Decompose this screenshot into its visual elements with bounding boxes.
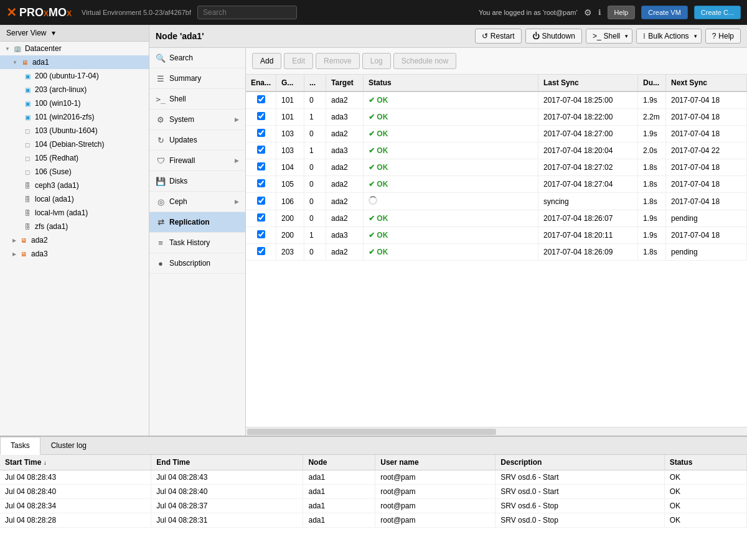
nav-item-summary[interactable]: ☰ Summary: [149, 68, 245, 89]
cell-enable[interactable]: [246, 227, 276, 244]
shell-button[interactable]: >_ Shell ▾: [586, 29, 632, 44]
table-row[interactable]: 103 1 ada3 ✔ OK 2017-07-04 18:20:04 2.0s…: [246, 142, 747, 159]
shutdown-button[interactable]: ⏻ Shutdown: [525, 29, 582, 44]
cell-enable[interactable]: [246, 159, 276, 176]
cell-guest: 200: [276, 210, 304, 227]
horizontal-scrollbar[interactable]: [246, 427, 747, 436]
nav-item-firewall[interactable]: 🛡 Firewall ▶: [149, 151, 245, 171]
cell-target: ada2: [326, 126, 364, 142]
add-button[interactable]: Add: [252, 53, 281, 69]
sidebar-item-vm101[interactable]: ▣ 101 (win2016-zfs): [0, 110, 149, 124]
table-row[interactable]: 105 0 ada2 ✔ OK 2017-07-04 18:27:04 1.8s…: [246, 176, 747, 193]
log-button[interactable]: Log: [362, 53, 391, 69]
bulk-actions-button[interactable]: ⁞ Bulk Actions ▾: [636, 29, 701, 44]
cell-enable[interactable]: [246, 142, 276, 159]
search-input[interactable]: [197, 6, 297, 19]
cell-enable[interactable]: [246, 109, 276, 126]
nav-item-updates[interactable]: ↻ Updates: [149, 130, 245, 151]
nav-item-disks[interactable]: 💾 Disks: [149, 171, 245, 192]
bottom-panel: Tasks Cluster log Start Time ↓ End Time …: [0, 436, 747, 560]
enable-checkbox[interactable]: [257, 146, 265, 154]
table-row[interactable]: 203 0 ada2 ✔ OK 2017-07-04 18:26:09 1.8s…: [246, 244, 747, 261]
sidebar-item-vm203[interactable]: ▣ 203 (arch-linux): [0, 83, 149, 96]
sidebar-item-vm200[interactable]: ▣ 200 (ubuntu-17-04): [0, 69, 149, 83]
enable-checkbox[interactable]: [257, 112, 265, 120]
cell-enable[interactable]: [246, 126, 276, 142]
task-status: OK: [664, 470, 746, 485]
nav-label-firewall: Firewall: [169, 156, 195, 165]
cell-enable[interactable]: [246, 244, 276, 261]
cell-enable[interactable]: [246, 176, 276, 193]
help-button-content[interactable]: ? Help: [705, 29, 741, 44]
cell-enable[interactable]: [246, 193, 276, 210]
nav-item-replication[interactable]: ⇄ Replication: [149, 212, 245, 233]
sidebar-dropdown-icon[interactable]: ▾: [52, 29, 55, 37]
sidebar-item-ada2[interactable]: ▶ 🖥 ada2: [0, 233, 149, 247]
cell-nextsync: 2017-07-04 18: [666, 159, 747, 176]
tab-clusterlog[interactable]: Cluster log: [40, 437, 97, 454]
restart-button[interactable]: ↺ Restart: [475, 29, 522, 44]
enable-checkbox[interactable]: [257, 247, 265, 255]
sidebar-item-vm100[interactable]: ▣ 100 (win10-1): [0, 96, 149, 110]
sidebar-item-ct104[interactable]: ◻ 104 (Debian-Stretch): [0, 138, 149, 151]
nav-item-shell[interactable]: >_ Shell: [149, 89, 245, 110]
sidebar-item-ada1[interactable]: ▼ 🖥 ada1: [0, 55, 149, 69]
cell-status: [364, 193, 538, 210]
enable-checkbox[interactable]: [257, 213, 265, 222]
search-nav-icon: 🔍: [156, 53, 166, 63]
table-row[interactable]: 106 0 ada2 syncing 1.8s 2017-07-04 18: [246, 193, 747, 210]
tasks-row[interactable]: Jul 04 08:28:28 Jul 04 08:28:31 ada1 roo…: [0, 513, 747, 528]
status-ok-icon: ✔ OK: [369, 129, 388, 138]
enable-checkbox[interactable]: [257, 197, 265, 205]
table-row[interactable]: 200 1 ada3 ✔ OK 2017-07-04 18:20:11 1.9s…: [246, 227, 747, 244]
sidebar-item-stor-local[interactable]: 🗄 local (ada1): [0, 192, 149, 206]
hscroll-thumb[interactable]: [247, 429, 496, 435]
remove-button[interactable]: Remove: [316, 53, 360, 69]
help-button-top[interactable]: Help: [608, 6, 636, 19]
nav-item-search[interactable]: 🔍 Search: [149, 48, 245, 68]
cell-jobnum: 0: [304, 91, 326, 109]
cell-enable[interactable]: [246, 91, 276, 109]
edit-button[interactable]: Edit: [284, 53, 313, 69]
schedule-now-button[interactable]: Schedule now: [393, 53, 456, 69]
enable-checkbox[interactable]: [257, 162, 265, 170]
ct-icon-103: ◻: [22, 126, 32, 136]
cell-enable[interactable]: [246, 210, 276, 227]
ct-icon-104: ◻: [22, 139, 32, 149]
cell-duration: 1.8s: [638, 193, 666, 210]
sidebar-item-stor-locallvm[interactable]: 🗄 local-lvm (ada1): [0, 206, 149, 220]
sidebar-item-stor-zfs[interactable]: 🗄 zfs (ada1): [0, 220, 149, 233]
sidebar-item-ct105[interactable]: ◻ 105 (Redhat): [0, 151, 149, 165]
nav-item-subscription[interactable]: ● Subscription: [149, 253, 245, 274]
table-row[interactable]: 103 0 ada2 ✔ OK 2017-07-04 18:27:00 1.9s…: [246, 126, 747, 142]
nav-label-ceph: Ceph: [169, 197, 187, 206]
table-row[interactable]: 101 0 ada2 ✔ OK 2017-07-04 18:25:00 1.9s…: [246, 91, 747, 109]
table-row[interactable]: 101 1 ada3 ✔ OK 2017-07-04 18:22:00 2.2m…: [246, 109, 747, 126]
tasks-scroll[interactable]: Start Time ↓ End Time Node User name Des…: [0, 455, 747, 560]
create-ct-button[interactable]: Create C...: [694, 6, 741, 19]
storage-icon-local: 🗄: [22, 194, 32, 204]
sidebar-item-ada3[interactable]: ▶ 🖥 ada3: [0, 247, 149, 261]
sidebar-item-ct106[interactable]: ◻ 106 (Suse): [0, 165, 149, 179]
tab-tasks[interactable]: Tasks: [0, 437, 40, 455]
status-ok-icon: ✔ OK: [369, 146, 388, 155]
tasks-row[interactable]: Jul 04 08:28:40 Jul 04 08:28:40 ada1 roo…: [0, 485, 747, 499]
cell-lastsync: syncing: [538, 193, 638, 210]
table-row[interactable]: 200 0 ada2 ✔ OK 2017-07-04 18:26:07 1.9s…: [246, 210, 747, 227]
nav-item-system[interactable]: ⚙ System ▶: [149, 110, 245, 130]
tasks-row[interactable]: Jul 04 08:28:43 Jul 04 08:28:43 ada1 roo…: [0, 470, 747, 485]
enable-checkbox[interactable]: [257, 129, 265, 137]
tasks-row[interactable]: Jul 04 08:28:34 Jul 04 08:28:37 ada1 roo…: [0, 499, 747, 513]
sidebar-item-datacenter[interactable]: ▼ 🏢 Datacenter: [0, 42, 149, 55]
nav-item-taskhistory[interactable]: ≡ Task History: [149, 233, 245, 253]
gear-icon[interactable]: ⚙: [584, 7, 592, 17]
nav-item-ceph[interactable]: ◎ Ceph ▶: [149, 192, 245, 212]
sidebar-tree: ▼ 🏢 Datacenter ▼ 🖥 ada1 ▣ 200 (ubuntu-17…: [0, 42, 149, 261]
sidebar-item-ct103[interactable]: ◻ 103 (Ubuntu-1604): [0, 124, 149, 138]
create-vm-button[interactable]: Create VM: [641, 6, 688, 19]
sidebar-item-stor-ceph3[interactable]: 🗄 ceph3 (ada1): [0, 179, 149, 192]
enable-checkbox[interactable]: [257, 230, 265, 238]
enable-checkbox[interactable]: [257, 179, 265, 187]
table-row[interactable]: 104 0 ada2 ✔ OK 2017-07-04 18:27:02 1.8s…: [246, 159, 747, 176]
enable-checkbox[interactable]: [257, 95, 265, 103]
